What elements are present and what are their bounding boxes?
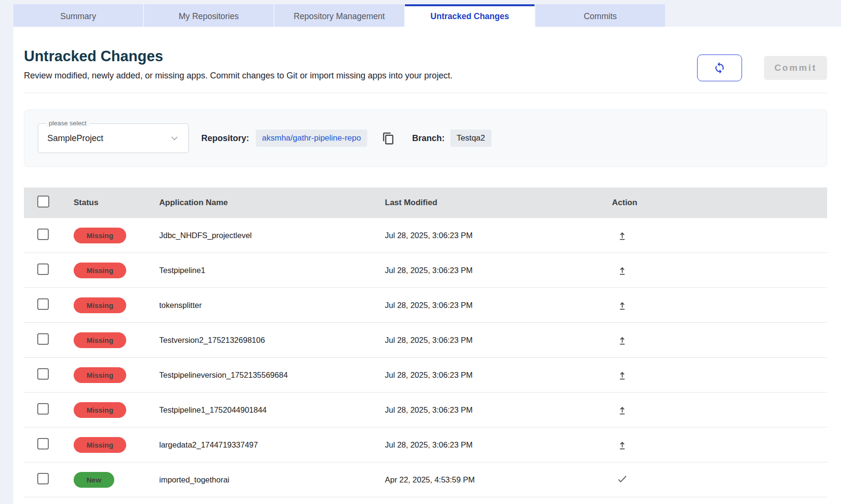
- page-header-text: Untracked Changes Review modified, newly…: [24, 48, 452, 81]
- app-name: largedata2_1744719337497: [159, 440, 385, 449]
- upload-icon: [616, 264, 629, 277]
- status-badge: Missing: [74, 228, 126, 243]
- tab-commits[interactable]: Commits: [535, 4, 665, 27]
- last-modified: Jul 28, 2025, 3:06:23 PM: [385, 336, 612, 345]
- app-name: imported_togethorai: [159, 475, 385, 484]
- chevron-down-icon: [169, 133, 180, 143]
- upload-action-button[interactable]: [616, 438, 629, 451]
- app-name: Testpipeline1: [159, 266, 385, 275]
- row-checkbox[interactable]: [37, 298, 49, 310]
- row-checkbox[interactable]: [37, 263, 49, 275]
- table-row: Missing Testpipelineversion_175213556968…: [24, 358, 827, 393]
- tab-bar: Summary My Repositories Repository Manag…: [13, 4, 665, 27]
- table-row: Missing Testpipeline1_1752044901844 Jul …: [24, 393, 827, 427]
- app-name: Testpipelineversion_1752135569684: [159, 371, 385, 380]
- upload-action-button[interactable]: [616, 264, 629, 277]
- table-row: Missing Testversion2_1752132698106 Jul 2…: [24, 323, 827, 358]
- last-modified: Jul 28, 2025, 3:06:23 PM: [385, 266, 612, 275]
- tab-repository-management[interactable]: Repository Management: [274, 4, 404, 27]
- upload-action-button[interactable]: [616, 334, 629, 347]
- project-select-label: please select: [46, 120, 89, 127]
- project-select-value: SampleProject: [47, 133, 103, 143]
- app-name: Testversion2_1752132698106: [159, 336, 385, 345]
- last-modified: Jul 28, 2025, 3:06:23 PM: [385, 301, 612, 310]
- table-body: Missing Jdbc_NHDFS_projectlevel Jul 28, …: [24, 218, 827, 497]
- upload-icon: [616, 369, 629, 382]
- upload-icon: [616, 229, 629, 242]
- copy-repository-button[interactable]: [382, 132, 395, 145]
- filter-bar: please select SampleProject Repository: …: [24, 110, 827, 167]
- branch-chip: Testqa2: [450, 130, 491, 147]
- branch-group: Branch: Testqa2: [412, 130, 491, 147]
- tab-untracked-changes[interactable]: Untracked Changes: [405, 4, 535, 27]
- column-header-application-name: Application Name: [159, 198, 385, 208]
- table-row: New imported_togethorai Apr 22, 2025, 4:…: [24, 462, 827, 497]
- row-checkbox[interactable]: [37, 403, 49, 415]
- row-checkbox[interactable]: [37, 333, 49, 345]
- row-checkbox[interactable]: [37, 473, 49, 484]
- repository-label: Repository:: [201, 133, 249, 143]
- table-row: Missing largedata2_1744719337497 Jul 28,…: [24, 427, 827, 462]
- upload-action-button[interactable]: [616, 369, 629, 382]
- refresh-button[interactable]: [697, 55, 742, 81]
- status-badge: Missing: [74, 263, 126, 278]
- header-actions: Commit: [697, 55, 827, 81]
- upload-icon: [616, 404, 629, 416]
- table-row: Missing Testpipeline1 Jul 28, 2025, 3:06…: [24, 253, 827, 288]
- status-badge: Missing: [74, 437, 126, 453]
- column-header-last-modified: Last Modified: [385, 198, 612, 208]
- upload-action-button[interactable]: [616, 229, 629, 242]
- app-name: Jdbc_NHDFS_projectlevel: [159, 231, 385, 240]
- last-modified: Jul 28, 2025, 3:06:23 PM: [385, 231, 612, 240]
- last-modified: Jul 28, 2025, 3:06:23 PM: [385, 371, 612, 380]
- table-header-row: Status Application Name Last Modified Ac…: [24, 187, 827, 218]
- tab-my-repositories[interactable]: My Repositories: [144, 4, 273, 27]
- refresh-icon: [713, 62, 726, 74]
- check-icon: [616, 472, 629, 487]
- repository-group: Repository: aksmha/gathr-pipeline-repo: [201, 130, 395, 147]
- branch-label: Branch:: [412, 133, 445, 143]
- table-row: Missing Jdbc_NHDFS_projectlevel Jul 28, …: [24, 218, 827, 253]
- tab-summary[interactable]: Summary: [13, 4, 143, 27]
- status-badge: Missing: [74, 332, 126, 348]
- repository-chip[interactable]: aksmha/gathr-pipeline-repo: [256, 130, 367, 147]
- last-modified: Apr 22, 2025, 4:53:59 PM: [385, 475, 612, 484]
- commit-button[interactable]: Commit: [764, 56, 827, 80]
- page-header: Untracked Changes Review modified, newly…: [24, 27, 827, 81]
- row-checkbox[interactable]: [37, 229, 49, 240]
- app-name: Testpipeline1_1752044901844: [159, 405, 385, 415]
- status-badge: Missing: [74, 367, 126, 383]
- status-badge: New: [74, 472, 114, 488]
- last-modified: Jul 28, 2025, 3:06:23 PM: [385, 440, 612, 449]
- app-name: tokensplitter: [159, 301, 385, 310]
- upload-action-button[interactable]: [616, 299, 629, 312]
- upload-icon: [616, 438, 629, 451]
- row-checkbox[interactable]: [37, 368, 49, 380]
- header-divider: [24, 93, 827, 93]
- project-select[interactable]: please select SampleProject: [38, 123, 189, 153]
- page-subtitle: Review modified, newly added, or missing…: [24, 71, 452, 81]
- status-badge: Missing: [74, 402, 126, 418]
- content-panel: Untracked Changes Review modified, newly…: [13, 27, 841, 504]
- page-title: Untracked Changes: [24, 48, 452, 65]
- status-badge: Missing: [74, 297, 126, 313]
- table-row: Missing tokensplitter Jul 28, 2025, 3:06…: [24, 288, 827, 323]
- select-all-checkbox[interactable]: [37, 196, 49, 208]
- upload-icon: [616, 299, 629, 312]
- column-header-action: Action: [612, 198, 827, 208]
- column-header-status: Status: [74, 198, 159, 208]
- upload-action-button[interactable]: [616, 404, 629, 416]
- untracked-changes-table: Status Application Name Last Modified Ac…: [24, 187, 827, 497]
- last-modified: Jul 28, 2025, 3:06:23 PM: [385, 405, 612, 415]
- upload-icon: [616, 334, 629, 347]
- copy-icon: [382, 132, 395, 145]
- row-checkbox[interactable]: [37, 438, 49, 449]
